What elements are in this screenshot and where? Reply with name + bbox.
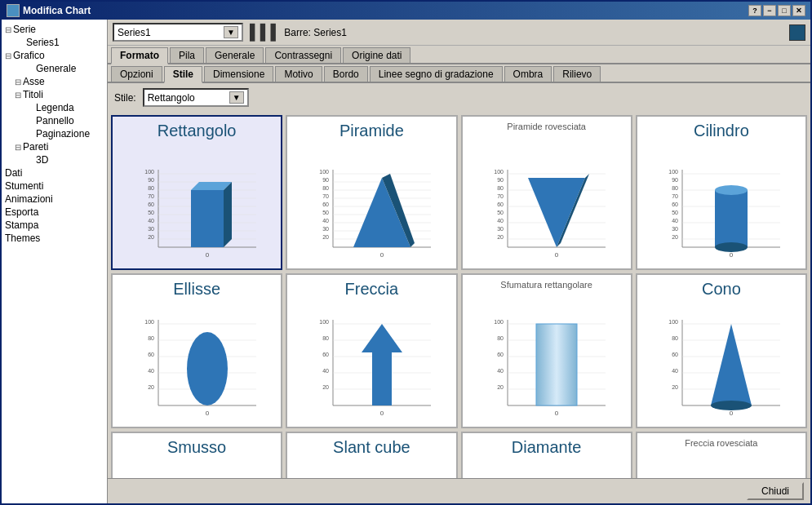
shape-cilindro[interactable]: Cilindro 100 90 80 70 60 50 [636, 115, 807, 270]
svg-text:60: 60 [497, 202, 504, 207]
svg-text:20: 20 [148, 384, 154, 390]
app-icon [7, 4, 20, 17]
close-button[interactable]: Chiudi [747, 482, 804, 500]
svg-text:100: 100 [494, 169, 504, 175]
svg-text:80: 80 [148, 335, 154, 341]
svg-marker-63 [528, 178, 585, 247]
svg-text:70: 70 [148, 193, 154, 199]
minimize-button[interactable]: − [763, 5, 776, 16]
shape-piramide-rovesciata[interactable]: Piramide rovesciata 100 90 80 70 60 50 [461, 115, 632, 270]
svg-text:40: 40 [497, 368, 504, 374]
sidebar-item-grafico[interactable]: ⊟Grafico [2, 49, 107, 62]
shape-slant-cube[interactable]: Slant cube [286, 432, 457, 478]
tab-motivo[interactable]: Motivo [275, 66, 322, 82]
svg-text:50: 50 [148, 210, 154, 215]
sidebar-item-stampa[interactable]: Stampa [2, 219, 107, 232]
svg-text:90: 90 [148, 177, 154, 183]
svg-text:0: 0 [730, 410, 734, 417]
svg-text:40: 40 [497, 218, 504, 224]
tab-generale[interactable]: Generale [206, 47, 264, 63]
tab-dimensione[interactable]: Dimensione [204, 66, 273, 82]
style-value: Rettangolo [148, 92, 195, 104]
shape-rettangolo[interactable]: Rettangolo 100 90 80 70 [111, 115, 282, 270]
sidebar-item-legenda[interactable]: Legenda [2, 101, 107, 114]
svg-text:90: 90 [322, 177, 329, 183]
svg-text:80: 80 [672, 335, 679, 341]
shape-freccia-rovesciata[interactable]: Freccia rovesciata [636, 432, 807, 478]
tab-contrassegni[interactable]: Contrassegni [265, 47, 341, 63]
svg-text:80: 80 [497, 335, 504, 341]
svg-marker-140 [711, 324, 752, 405]
sidebar-item-serie[interactable]: ⊟Serie [2, 23, 107, 36]
expand-icon-grafico: ⊟ [5, 51, 11, 60]
shape-freccia[interactable]: Freccia 100 80 60 40 20 [286, 273, 457, 428]
tabs-row-1: Formato Pila Generale Contrassegni Origi… [108, 47, 810, 64]
shapes-container[interactable]: Rettangolo 100 90 80 70 [108, 112, 810, 478]
style-dropdown[interactable]: Rettangolo ▼ [143, 88, 249, 107]
svg-text:0: 0 [205, 251, 209, 259]
help-titlebar-button[interactable]: ? [748, 5, 761, 16]
sidebar-item-paginazione[interactable]: Paginazione [2, 127, 107, 140]
svg-text:40: 40 [148, 218, 154, 224]
svg-text:0: 0 [555, 410, 559, 417]
bottom-bar: Chiudi [108, 478, 810, 503]
svg-text:20: 20 [672, 234, 679, 240]
shape-cono[interactable]: Cono 100 80 60 40 20 [636, 273, 807, 428]
shape-title-smusso: Smusso [167, 438, 226, 457]
tab-linee-segno[interactable]: Linee segno di gradazione [370, 66, 503, 82]
shape-diamante[interactable]: Diamante [461, 432, 632, 478]
svg-text:30: 30 [497, 226, 504, 232]
svg-text:50: 50 [322, 210, 329, 215]
shape-sfumatura[interactable]: Sfumatura rettangolare [461, 273, 632, 428]
sidebar-item-pareti[interactable]: ⊟Pareti [2, 140, 107, 153]
tab-bordo[interactable]: Bordo [324, 66, 368, 82]
svg-text:30: 30 [322, 226, 329, 232]
sidebar: ⊟SerieSeries1⊟GraficoGenerale⊟Asse⊟Titol… [2, 20, 108, 503]
style-dropdown-arrow[interactable]: ▼ [229, 91, 244, 104]
chart-piramide-rovesciata: 100 90 80 70 60 50 40 30 20 [468, 135, 626, 264]
svg-text:60: 60 [148, 352, 154, 357]
sidebar-item-esporta[interactable]: Esporta [2, 206, 107, 219]
svg-text:80: 80 [322, 335, 329, 341]
shape-title-cilindro: Cilindro [694, 122, 749, 140]
sidebar-item-titoli[interactable]: ⊟Titoli [2, 88, 107, 101]
series-select[interactable]: Series1 ▼ [113, 23, 243, 42]
shape-title-slant-cube: Slant cube [333, 438, 410, 457]
sidebar-item-asse[interactable]: ⊟Asse [2, 75, 107, 88]
svg-text:0: 0 [205, 410, 209, 417]
shape-piramide[interactable]: Piramide 100 90 80 70 60 50 [286, 115, 457, 270]
sidebar-item-animazioni[interactable]: Animazioni [2, 193, 107, 206]
sidebar-item-pannello[interactable]: Pannello [2, 114, 107, 127]
shape-smusso[interactable]: Smusso [111, 432, 282, 478]
shape-title-ellisse: Ellisse [173, 280, 220, 299]
svg-text:20: 20 [148, 234, 154, 240]
tab-opzioni[interactable]: Opzioni [111, 66, 162, 82]
right-panel: Series1 ▼ ▌▌▌ Barre: Series1 Formato Pil… [108, 20, 810, 503]
sidebar-item-stumenti[interactable]: Stumenti [2, 179, 107, 193]
shape-ellisse[interactable]: Ellisse 100 80 60 40 20 [111, 273, 282, 428]
sidebar-item-generale[interactable]: Generale [2, 62, 107, 75]
sidebar-label-animazioni: Animazioni [5, 193, 53, 205]
svg-text:60: 60 [148, 202, 154, 207]
tab-origine-dati[interactable]: Origine dati [343, 47, 410, 63]
tab-formato[interactable]: Formato [111, 47, 168, 64]
svg-text:100: 100 [144, 169, 154, 175]
sidebar-item-dati[interactable]: Dati [2, 166, 107, 179]
sidebar-item-3d[interactable]: 3D [2, 153, 107, 166]
tab-rilievo[interactable]: Rilievo [553, 66, 601, 82]
series-dropdown-arrow[interactable]: ▼ [224, 26, 238, 38]
svg-text:60: 60 [322, 352, 329, 357]
tab-pila[interactable]: Pila [170, 47, 204, 63]
svg-text:100: 100 [669, 319, 679, 325]
chart-freccia-rovesciata [642, 451, 801, 478]
tab-stile[interactable]: Stile [164, 66, 202, 83]
svg-text:100: 100 [669, 169, 679, 175]
chart-smusso [118, 460, 276, 478]
close-window-button[interactable]: ✕ [792, 5, 805, 16]
tab-ombra[interactable]: Ombra [504, 66, 552, 82]
maximize-button[interactable]: □ [778, 5, 791, 16]
series-label: Barre: Series1 [284, 27, 347, 38]
svg-text:80: 80 [672, 185, 679, 191]
sidebar-item-themes[interactable]: Themes [2, 232, 107, 245]
sidebar-item-series1[interactable]: Series1 [2, 36, 107, 49]
